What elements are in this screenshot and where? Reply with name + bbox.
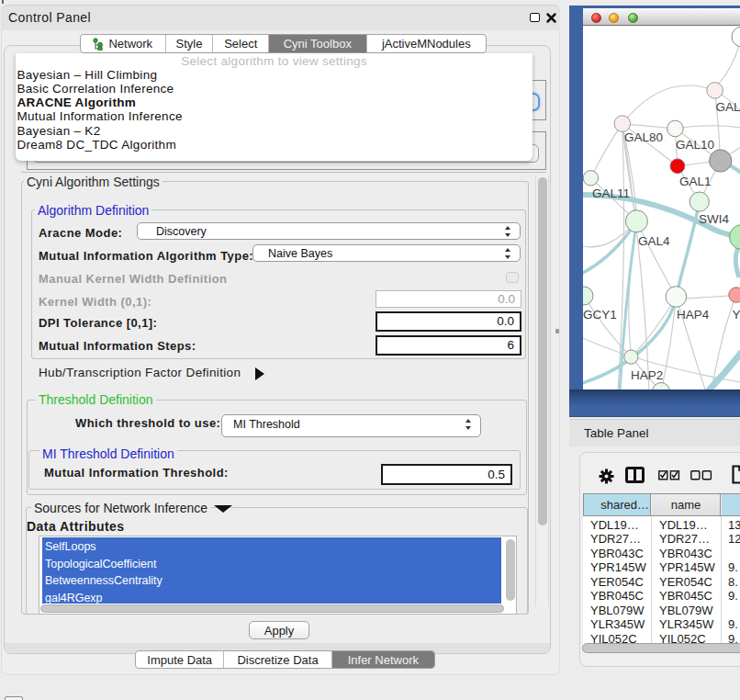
svg-text:Y: Y [733, 308, 740, 322]
svg-text:HAP4: HAP4 [677, 308, 710, 322]
svg-text:GAL10: GAL10 [676, 138, 714, 152]
svg-text:GAL11: GAL11 [592, 186, 630, 200]
svg-text:GAL: GAL [716, 100, 740, 114]
svg-text:HAP2: HAP2 [631, 368, 663, 382]
svg-text:GCY1: GCY1 [583, 308, 617, 322]
svg-text:SWI4: SWI4 [699, 212, 729, 226]
svg-text:GAL80: GAL80 [624, 130, 663, 144]
svg-text:GAL4: GAL4 [638, 234, 670, 248]
svg-text:GAL1: GAL1 [679, 175, 712, 188]
